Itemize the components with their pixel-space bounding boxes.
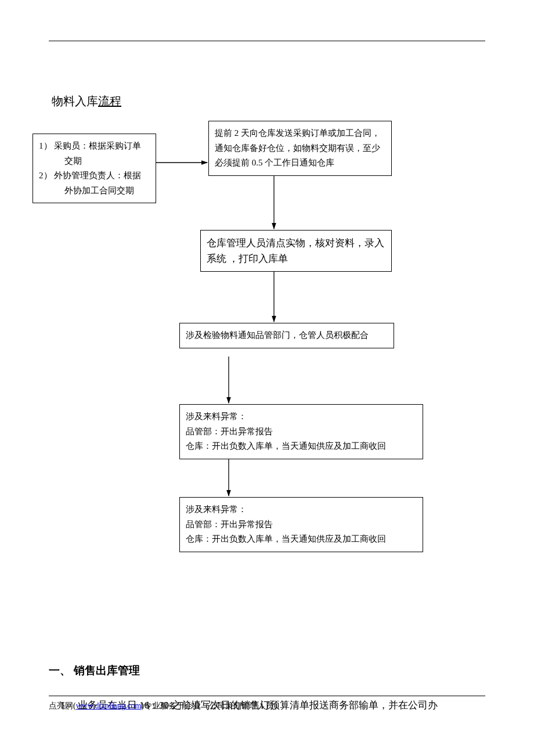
- flow-box-warehouse-check: 仓库管理人员清点实物，核对资料，录入系统 ，打印入库单: [200, 230, 392, 272]
- flow-box-inspection-notify: 涉及检验物料通知品管部门，仓管人员积极配合: [179, 323, 394, 348]
- box1-item1-line1: 1） 采购员：根据采购订单: [39, 139, 150, 154]
- box2-text: 提前 2 天向仓库发送采购订单或加工合同，通知仓库备好仓位，如物料交期有误，至少…: [215, 128, 380, 167]
- title-plain: 物料入库: [52, 95, 98, 107]
- section-heading: 一、 销售出库管理: [49, 663, 485, 678]
- footer-text-post: )专业服务于企业（公司策划管理人员）: [141, 701, 282, 710]
- box6-line2: 品管部：开出异常报告: [186, 517, 417, 532]
- box5-line2: 品管部：开出异常报告: [186, 424, 417, 440]
- flow-box-notify-warehouse: 提前 2 天向仓库发送采购订单或加工合同，通知仓库备好仓位，如物料交期有误，至少…: [208, 121, 392, 176]
- box3-text: 仓库管理人员清点实物，核对资料，录入系统 ，打印入库单: [207, 237, 384, 264]
- flowchart-area: 1） 采购员：根据采购订单 交期 2） 外协管理负责人：根据 外协加工合同交期 …: [49, 117, 485, 564]
- flow-box-anomaly-1: 涉及来料异常： 品管部：开出异常报告 仓库：开出负数入库单，当天通知供应及加工商…: [179, 404, 423, 459]
- flow-box-anomaly-2: 涉及来料异常： 品管部：开出异常报告 仓库：开出负数入库单，当天通知供应及加工商…: [179, 497, 423, 552]
- box1-item2-line1: 2） 外协管理负责人：根据: [39, 168, 150, 183]
- box6-line1: 涉及来料异常：: [186, 502, 417, 517]
- footer-horizontal-rule: [49, 696, 485, 696]
- page-footer: 点亮网(www.dianliang.com)专业服务于企业（公司策划管理人员）: [49, 696, 485, 711]
- box4-text: 涉及检验物料通知品管部门，仓管人员积极配合: [186, 330, 369, 340]
- title-underlined: 流程: [98, 95, 121, 107]
- top-horizontal-rule: [49, 41, 485, 41]
- box5-line3: 仓库：开出负数入库单，当天通知供应及加工商收回: [186, 439, 417, 454]
- flowchart-title: 物料入库流程: [52, 93, 485, 109]
- footer-text-pre: 点亮网(: [49, 701, 76, 710]
- box1-item1-line2: 交期: [39, 154, 150, 169]
- box1-item2-line2: 外协加工合同交期: [39, 183, 150, 199]
- footer-link[interactable]: www.dianliang.com: [76, 701, 142, 710]
- box5-line1: 涉及来料异常：: [186, 409, 417, 424]
- box6-line3: 仓库：开出负数入库单，当天通知供应及加工商收回: [186, 532, 417, 547]
- flow-box-initiators: 1） 采购员：根据采购订单 交期 2） 外协管理负责人：根据 外协加工合同交期: [33, 134, 156, 203]
- page-content: 物料入库流程 1） 采购员：根据采购订单 交期 2） 外协管理负责人：根据 外协…: [49, 41, 485, 715]
